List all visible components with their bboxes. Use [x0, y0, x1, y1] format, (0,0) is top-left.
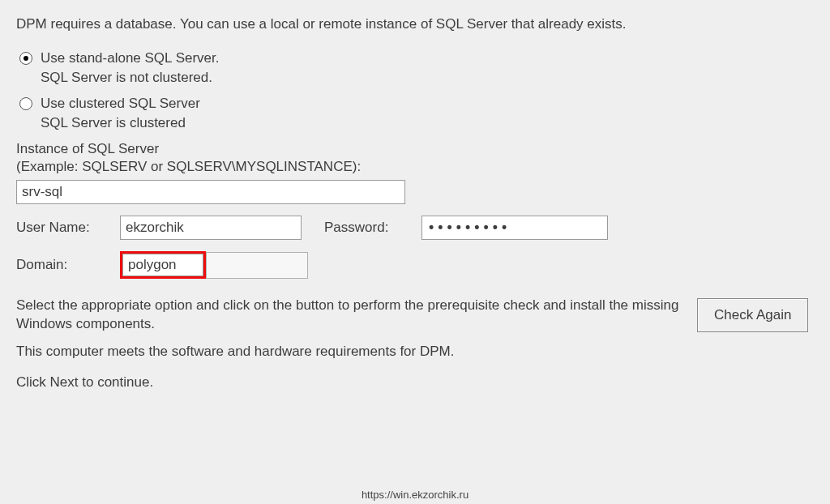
radio-standalone-row[interactable]: Use stand-alone SQL Server.: [19, 50, 814, 66]
intro-text: DPM requires a database. You can use a l…: [16, 16, 814, 32]
instance-example: (Example: SQLSERV or SQLSERV\MYSQLINSTAN…: [16, 159, 814, 175]
requirements-met-text: This computer meets the software and har…: [16, 344, 814, 360]
instance-input[interactable]: [16, 180, 405, 204]
domain-input[interactable]: [122, 254, 203, 276]
radio-standalone-sub: SQL Server is not clustered.: [41, 70, 814, 86]
username-label: User Name:: [16, 220, 120, 236]
radio-standalone-label: Use stand-alone SQL Server.: [41, 50, 220, 66]
domain-extra-box: [206, 252, 308, 279]
domain-label: Domain:: [16, 257, 120, 273]
prereq-text: Select the appropriate option and click …: [16, 297, 681, 334]
domain-highlight: [120, 251, 206, 279]
radio-clustered-row[interactable]: Use clustered SQL Server: [19, 96, 814, 112]
password-label: Password:: [324, 220, 421, 236]
radio-clustered-label: Use clustered SQL Server: [41, 96, 200, 112]
check-again-button[interactable]: Check Again: [697, 298, 808, 332]
password-input[interactable]: [421, 216, 608, 240]
radio-standalone[interactable]: [19, 52, 32, 65]
footer-url: https://win.ekzorchik.ru: [0, 489, 830, 501]
radio-clustered[interactable]: [19, 97, 32, 110]
radio-clustered-sub: SQL Server is clustered: [41, 115, 814, 131]
instance-label: Instance of SQL Server: [16, 141, 814, 157]
username-input[interactable]: [120, 216, 302, 240]
continue-text: Click Next to continue.: [16, 374, 814, 391]
